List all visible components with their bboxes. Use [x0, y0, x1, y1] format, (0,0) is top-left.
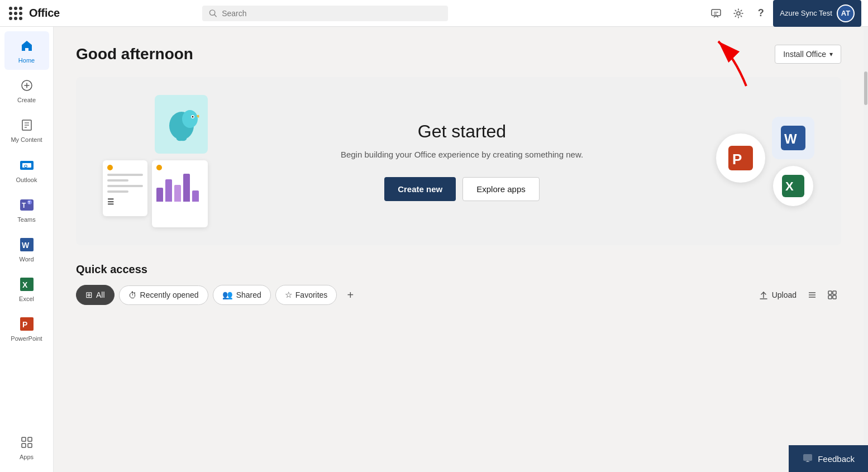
svg-text:X: X	[22, 280, 28, 289]
my-content-icon	[18, 116, 36, 134]
svg-text:W: W	[784, 131, 797, 146]
svg-rect-27	[28, 437, 32, 441]
app-launcher-button[interactable]	[7, 4, 25, 22]
outlook-icon: O	[18, 156, 36, 174]
svg-rect-29	[28, 444, 32, 447]
upload-icon	[759, 290, 769, 300]
hero-word-icon: W	[772, 117, 814, 159]
grid-dots-icon	[9, 7, 22, 20]
feedback-button[interactable]: Feedback	[789, 445, 868, 472]
topnav-actions: ? Azure Sync Test AT	[706, 0, 861, 27]
account-button[interactable]: Azure Sync Test AT	[773, 0, 861, 27]
sidebar-item-create-label: Create	[17, 97, 36, 104]
home-icon	[18, 37, 36, 55]
svg-text:T: T	[22, 202, 26, 209]
avatar: AT	[837, 4, 855, 22]
teams-icon: T T	[18, 196, 36, 214]
hero-doc-group: ☰	[103, 160, 208, 227]
hero-powerpoint-icon: P	[716, 134, 765, 183]
sidebar-item-powerpoint-label: PowerPoint	[11, 335, 42, 342]
hero-subtitle: Begin building your Office experience by…	[208, 149, 716, 161]
filter-recently-opened-button[interactable]: ⏱ Recently opened	[119, 285, 208, 305]
hero-app-icons: P W	[716, 117, 814, 206]
svg-text:X: X	[785, 179, 794, 193]
chevron-down-icon: ▾	[829, 50, 833, 58]
quick-access-section: Quick access ⊞ All ⏱ Recently opened 👥 S…	[76, 263, 841, 305]
list-view-button[interactable]	[803, 286, 821, 304]
svg-rect-46	[828, 291, 832, 294]
topnav: Office ? Azure Sync Test AT	[0, 0, 868, 27]
greeting-text: Good afternoon	[76, 45, 193, 63]
hero-banner: ☰	[76, 77, 841, 245]
sidebar-item-my-content[interactable]: My Content	[4, 111, 49, 149]
grid-view-button[interactable]	[823, 286, 841, 304]
create-new-button[interactable]: Create new	[384, 177, 456, 201]
add-filter-button[interactable]: +	[341, 286, 359, 304]
hero-illustrations: ☰	[103, 95, 208, 227]
scrollbar-thumb[interactable]	[864, 71, 867, 105]
apps-icon	[18, 433, 36, 451]
svg-text:P: P	[22, 320, 27, 329]
sidebar-item-create[interactable]: Create	[4, 71, 49, 109]
svg-text:P: P	[732, 151, 742, 168]
sidebar-item-apps-label: Apps	[20, 454, 34, 461]
install-office-button[interactable]: Install Office ▾	[775, 45, 841, 64]
sidebar-item-excel-label: Excel	[19, 295, 34, 303]
powerpoint-icon: P	[18, 315, 36, 333]
account-name: Azure Sync Test	[780, 9, 832, 17]
scrollbar-track	[864, 27, 868, 472]
search-input[interactable]	[222, 9, 441, 18]
feedback-label: Feedback	[818, 454, 855, 464]
svg-point-34	[192, 116, 193, 118]
filter-favorites-label: Favorites	[295, 290, 328, 299]
sidebar-item-home[interactable]: Home	[4, 31, 49, 70]
view-toggle	[803, 286, 841, 304]
shared-icon: 👥	[222, 290, 233, 300]
hero-doc-list: ☰	[103, 160, 147, 216]
filter-shared-button[interactable]: 👥 Shared	[213, 285, 271, 305]
svg-text:T: T	[28, 201, 31, 204]
list-view-icon	[807, 290, 817, 300]
svg-rect-49	[833, 295, 836, 299]
search-icon	[209, 9, 217, 18]
settings-icon-btn[interactable]	[728, 3, 748, 23]
greeting-row: Good afternoon Install Office ▾	[76, 45, 841, 64]
explore-apps-button[interactable]: Explore apps	[462, 177, 540, 201]
sidebar-item-powerpoint[interactable]: P PowerPoint	[4, 309, 49, 348]
svg-text:O: O	[24, 164, 27, 169]
excel-icon: X	[18, 275, 36, 293]
feedback-icon-btn[interactable]	[706, 3, 726, 23]
feedback-icon	[802, 453, 813, 464]
svg-line-1	[214, 15, 216, 16]
star-icon: ☆	[285, 290, 292, 300]
filter-shared-label: Shared	[236, 290, 261, 299]
sidebar-item-apps[interactable]: Apps	[4, 428, 49, 466]
create-icon	[18, 77, 36, 94]
sidebar-item-outlook-label: Outlook	[16, 177, 37, 184]
hero-center: Get started Begin building your Office e…	[208, 121, 716, 201]
sidebar-item-teams-label: Teams	[17, 216, 35, 223]
quick-access-title: Quick access	[76, 263, 841, 276]
sidebar-item-excel[interactable]: X Excel	[4, 270, 49, 308]
filter-favorites-button[interactable]: ☆ Favorites	[275, 285, 337, 305]
svg-point-32	[182, 110, 198, 128]
sidebar-item-outlook[interactable]: O Outlook	[4, 151, 49, 189]
grid-view-icon	[827, 290, 837, 300]
main-content: Good afternoon Install Office ▾	[54, 27, 864, 472]
filter-all-button[interactable]: ⊞ All	[76, 285, 115, 305]
install-office-label: Install Office	[783, 50, 826, 59]
help-icon-btn[interactable]: ?	[751, 3, 771, 23]
office-logo: Office	[29, 7, 60, 20]
upload-button[interactable]: Upload	[759, 290, 797, 300]
sidebar-bottom: Apps	[4, 428, 49, 468]
qa-toolbar-right: Upload	[759, 286, 841, 304]
search-bar	[202, 6, 448, 21]
hero-app-icons-row: P W	[716, 117, 814, 206]
sidebar-item-teams[interactable]: T T Teams	[4, 190, 49, 229]
svg-rect-50	[803, 454, 812, 461]
all-icon: ⊞	[85, 290, 93, 300]
sidebar-item-word[interactable]: W Word	[4, 230, 49, 269]
svg-rect-47	[833, 291, 836, 294]
svg-text:W: W	[22, 241, 30, 250]
svg-rect-26	[22, 437, 26, 441]
